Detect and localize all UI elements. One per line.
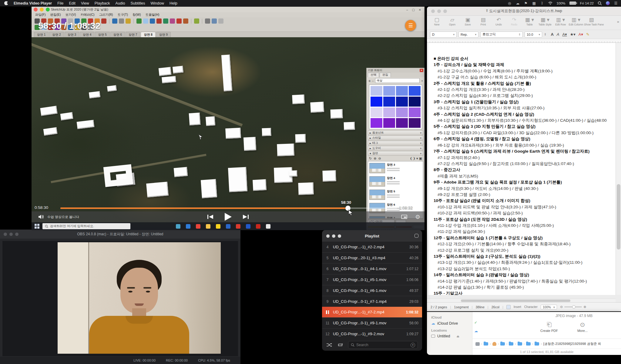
shuffle-icon[interactable] bbox=[326, 343, 332, 347]
scene-list-item[interactable]: 장면 5 bbox=[368, 188, 423, 201]
tool-icon[interactable] bbox=[101, 18, 106, 24]
notification-center-icon[interactable]: ☰ bbox=[614, 1, 618, 5]
playlist-search-input[interactable]: Search ▾ bbox=[348, 341, 418, 349]
menu-view[interactable]: View bbox=[81, 1, 89, 5]
folder-icon[interactable] bbox=[526, 342, 531, 346]
scene-list-item[interactable]: 장면 4 bbox=[368, 175, 423, 188]
tool-icon[interactable] bbox=[156, 18, 162, 24]
folder-icon[interactable] bbox=[535, 342, 539, 346]
folder-icon[interactable] bbox=[484, 342, 488, 346]
taskbar-app-icon[interactable] bbox=[256, 224, 260, 229]
scene-tab[interactable]: 장면 4 bbox=[80, 32, 94, 37]
insert-mode-icon[interactable] bbox=[506, 305, 511, 309]
sketchup-menu-item[interactable]: 보기(V) bbox=[65, 12, 76, 17]
hwp-tool-show-task-pane[interactable]: ▧Show Task Pane bbox=[584, 17, 599, 26]
bold-button[interactable]: A bbox=[551, 32, 553, 37]
hwp-tool-undo[interactable]: ↶Undo bbox=[491, 17, 506, 26]
sketchup-3d-viewport[interactable]: 기본 트레이 ✕ 선택편집 ◈ ⌂ 색상 ◑ ▸컴포넌트▾▸스타일▾▸태그▾▸도… bbox=[32, 37, 425, 230]
playlist-row[interactable]: 12UD_CG-Progr...-1)_#9-2.mov1:09:27 bbox=[322, 328, 422, 339]
search-scope-chevron-icon[interactable]: ▾ bbox=[411, 343, 415, 347]
sketchup-menu-item[interactable]: 파일(F) bbox=[35, 12, 45, 17]
underline-button[interactable]: A▾ bbox=[562, 32, 567, 37]
playlist-mini-icon[interactable] bbox=[415, 234, 418, 238]
playlist-row[interactable]: 5UD_CG-Progr...20-1)_#3.mp440:26 bbox=[322, 252, 422, 263]
volume-icon[interactable] bbox=[38, 214, 44, 219]
obs-preview-area[interactable] bbox=[2, 241, 238, 356]
playlist-row[interactable]: 6UD_CG-Progr...0-1)_#4-1.mov1:07:12 bbox=[322, 263, 422, 274]
player-menu-button[interactable]: ☰ bbox=[405, 20, 416, 31]
hwp-tool-table-style[interactable]: ▦ ▾Table Style bbox=[538, 17, 552, 26]
scenes-toolbar[interactable]: ↻⊕⊖ ❨❩ ▾ ▣ bbox=[367, 156, 425, 161]
more-button[interactable]: ⊙More... bbox=[569, 321, 596, 333]
hwp-tool-table[interactable]: ▦ ▾Table bbox=[522, 17, 537, 26]
tool-icon[interactable] bbox=[119, 18, 124, 24]
obs-status-icon[interactable]: ◎ bbox=[507, 1, 512, 5]
menu-clock[interactable]: Fri 14:22 bbox=[580, 2, 594, 5]
toolbar-overflow-icon[interactable]: » bbox=[617, 17, 619, 24]
obs-traffic-lights[interactable] bbox=[4, 233, 18, 236]
playlist-row[interactable]: 11UD_CG-Progr...0-1)_#9-1.mov56:00 bbox=[322, 317, 422, 328]
rep-select[interactable]: Rep.▾ bbox=[458, 31, 478, 38]
size-stepper[interactable]: ⇕ bbox=[544, 33, 546, 36]
menu-edit[interactable]: Edit bbox=[69, 1, 76, 5]
sketchup-menu-item[interactable]: 도구(T) bbox=[118, 12, 128, 17]
taskbar-app-icon[interactable] bbox=[186, 224, 190, 229]
menu-playback[interactable]: Playback bbox=[95, 1, 110, 5]
tool-icon[interactable] bbox=[112, 18, 117, 24]
menu-help[interactable]: Help bbox=[170, 1, 177, 5]
style-select[interactable]: D▾ bbox=[430, 31, 457, 38]
scene-tab[interactable]: 장면 2 bbox=[49, 32, 64, 37]
hwp-tool-new[interactable]: ▢New bbox=[429, 17, 444, 26]
create-pdf-button[interactable]: ⎗Create PDF bbox=[536, 321, 562, 333]
folder-icon[interactable] bbox=[509, 342, 513, 346]
folder-icon[interactable] bbox=[518, 342, 522, 346]
bookmark-icon[interactable]: ⚑ bbox=[524, 1, 528, 5]
path-file-label[interactable]: [권형준-21825998]21925998 권형준 최 bbox=[543, 342, 601, 346]
color-swatch[interactable] bbox=[383, 97, 395, 106]
wifi-icon[interactable] bbox=[548, 1, 552, 5]
playlist-row[interactable]: 7UD_CG-Progr...0-1)_#5-1.mov1:06:06 bbox=[322, 274, 422, 285]
horizontal-scrollbar[interactable] bbox=[427, 299, 616, 302]
scene-list-item[interactable]: 장면 3 bbox=[368, 161, 423, 175]
color-swatch[interactable] bbox=[396, 86, 408, 96]
home-icon[interactable]: ⌂ bbox=[372, 79, 374, 82]
sample-paint-icon[interactable]: ◑ bbox=[421, 79, 423, 82]
cloud-icon[interactable]: ☁ bbox=[515, 1, 520, 5]
tray-section-스타일[interactable]: ▸스타일▾ bbox=[368, 136, 423, 140]
color-swatch[interactable] bbox=[371, 108, 382, 117]
font-color-button[interactable]: A▾ bbox=[579, 32, 583, 37]
color-swatch[interactable] bbox=[409, 97, 421, 106]
menu-window[interactable]: Window bbox=[150, 1, 164, 5]
tool-icon[interactable] bbox=[163, 18, 168, 24]
sketchup-menu-item[interactable]: 창(W) bbox=[133, 12, 141, 17]
settings-gear-icon[interactable]: ⚙ bbox=[415, 213, 420, 220]
siri-icon[interactable] bbox=[606, 1, 610, 5]
folder-icon[interactable] bbox=[500, 342, 505, 346]
taskbar-app-icon[interactable] bbox=[236, 224, 240, 229]
highlight-button[interactable]: ✎ bbox=[586, 32, 589, 37]
font-select[interactable]: 휴먼고딕⇕ bbox=[480, 31, 523, 38]
bluetooth-icon[interactable]: ᛒ bbox=[540, 1, 544, 5]
windows-search-box[interactable]: 검색하려면 여기에 입력하세요. bbox=[42, 223, 130, 229]
player-traffic-lights[interactable] bbox=[34, 8, 50, 12]
playlist-traffic-lights[interactable] bbox=[326, 234, 341, 238]
scene-tab[interactable]: 장면 6 bbox=[110, 32, 125, 37]
tool-icon[interactable] bbox=[126, 18, 131, 24]
scene-tab[interactable]: 장면 8 bbox=[141, 32, 155, 37]
material-tabs[interactable]: 선택편집 bbox=[367, 73, 425, 77]
color-swatch[interactable] bbox=[409, 86, 421, 96]
scene-tab[interactable]: 장면 7 bbox=[126, 32, 140, 37]
taskbar-app-icon[interactable] bbox=[176, 224, 180, 229]
tool-icon[interactable] bbox=[176, 18, 182, 24]
color-swatch[interactable] bbox=[396, 108, 408, 117]
repeat-icon[interactable] bbox=[337, 343, 343, 347]
color-swatch[interactable] bbox=[396, 97, 408, 106]
sketchup-menu-item[interactable]: 편집(E) bbox=[50, 12, 61, 17]
scene-tab[interactable]: 장면 9 bbox=[156, 32, 171, 37]
playlist-row[interactable]: 4UD_CG-Progr...-1)_#2-2.mp430:36 bbox=[322, 242, 422, 252]
playlist-row[interactable]: 8UD_CG-Progr...0-1)_#6-1.mov49:37 bbox=[322, 285, 422, 296]
hwp-tool-print[interactable]: ▤Print bbox=[476, 17, 491, 26]
playlist-row[interactable]: UD_CG-Progr...-1)_#7-2.mp41:08:32 bbox=[322, 307, 422, 317]
menu-audio[interactable]: Audio bbox=[116, 1, 125, 5]
menu-subtitles[interactable]: Subtitles bbox=[131, 1, 145, 5]
